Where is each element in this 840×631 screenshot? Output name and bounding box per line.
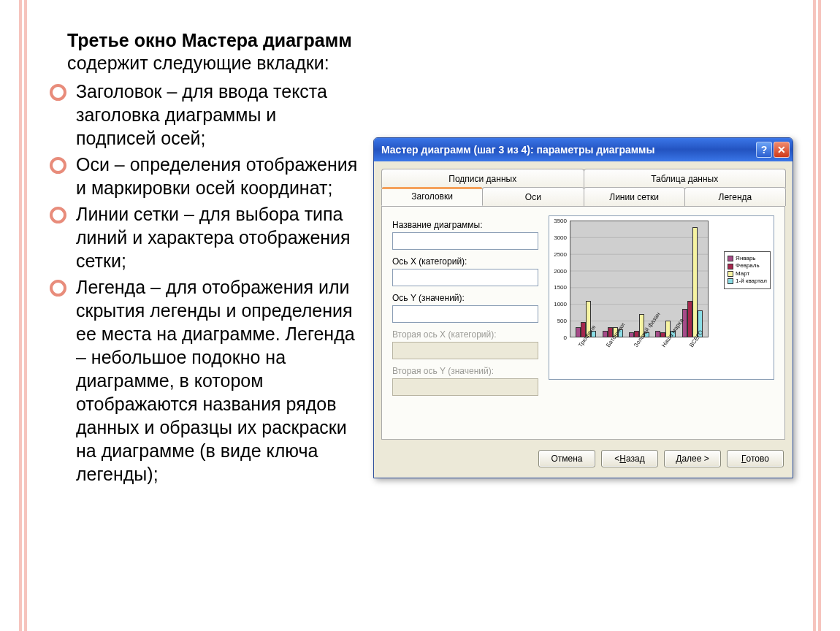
headline: Третье окно Мастера диаграмм содержит сл… [67,29,359,75]
decorative-bar [19,0,22,631]
y-tick: 2000 [554,267,567,274]
legend-swatch [728,264,733,269]
finish-button[interactable]: Готово [727,450,784,467]
list-item: Линии сетки – для выбора типа линий и ха… [47,202,359,272]
chart-wizard-dialog: Мастер диаграмм (шаг 3 из 4): параметры … [373,137,793,478]
list-item: Оси – определения отображения и маркиров… [47,153,359,199]
axis-x-input[interactable] [392,269,538,286]
bar [687,301,692,337]
x-axis: ТрюфеляБатончикиЗолотой фазанНаша маркаВ… [570,340,709,375]
back-button[interactable]: < Назад [601,450,658,467]
decorative-bar [818,0,821,631]
bar-group [599,221,625,337]
list-item: Заголовок – для ввода текста заголовка д… [47,80,359,150]
tab-data-labels[interactable]: Подписи данных [381,169,584,188]
headline-rest: содержит следующие вкладки: [67,53,329,73]
bar-group [573,221,599,337]
chart-preview: 0500100015002000250030003500 ТрюфеляБато… [549,215,774,380]
bar [629,332,634,337]
chart-title-label: Название диаграммы: [392,220,538,230]
legend-swatch [728,271,733,277]
bar [692,227,698,337]
legend-item: Март [728,270,767,278]
bar-group [626,221,652,337]
legend-label: 1-й квартал [736,278,767,285]
axis-y-input[interactable] [392,305,538,323]
bar [576,327,581,337]
tab-axes[interactable]: Оси [482,187,584,206]
axis-y2-input [392,378,538,396]
axis-y-label: Ось Y (значений): [392,293,538,303]
tab-legend[interactable]: Легенда [684,187,786,206]
axis-x-label: Ось X (категорий): [392,256,538,267]
legend-label: Январь [736,255,755,262]
bar-groups [570,221,709,337]
bullet-list: Заголовок – для ввода текста заголовка д… [47,80,359,486]
legend-item: Февраль [728,262,767,269]
y-tick: 1500 [554,284,567,291]
list-item: Легенда – для отображения или скрытия ле… [47,275,359,486]
axis-x2-label: Вторая ось X (категорий): [392,329,538,340]
close-button[interactable]: ✕ [774,142,790,158]
tab-gridlines[interactable]: Линии сетки [584,187,685,206]
y-tick: 2500 [554,251,567,257]
y-tick: 3000 [554,234,567,240]
dialog-titlebar: Мастер диаграмм (шаг 3 из 4): параметры … [374,138,793,161]
legend-swatch [728,278,733,284]
headline-bold: Третье окно Мастера диаграмм [67,30,352,50]
decorative-bar [24,0,27,631]
legend-item: 1-й квартал [728,278,767,285]
tab-panel-titles: Название диаграммы: Ось X (категорий): О… [381,206,785,440]
y-axis: 0500100015002000250030003500 [549,221,568,337]
legend-swatch [728,256,733,261]
y-tick: 3500 [554,218,567,224]
legend-label: Февраль [736,262,760,269]
legend-item: Январь [728,255,767,262]
tab-data-table[interactable]: Таблица данных [584,169,787,188]
help-button[interactable]: ? [756,142,772,158]
y-tick: 1000 [554,301,567,307]
chart-title-input[interactable] [392,232,538,250]
next-button[interactable]: Далее > [664,450,721,467]
y-tick: 500 [557,318,567,324]
dialog-title: Мастер диаграмм (шаг 3 из 4): параметры … [381,144,654,156]
axis-y2-label: Вторая ось Y (значений): [392,366,538,376]
axis-x2-input [392,342,538,359]
y-tick: 0 [564,334,567,341]
chart-legend: ЯнварьФевральМарт1-й квартал [724,251,771,289]
bar [603,331,608,337]
legend-label: Март [736,270,749,278]
decorative-bar [813,0,816,631]
bar [655,331,660,337]
cancel-button[interactable]: Отмена [538,450,595,467]
tab-titles[interactable]: Заголовки [381,187,483,206]
